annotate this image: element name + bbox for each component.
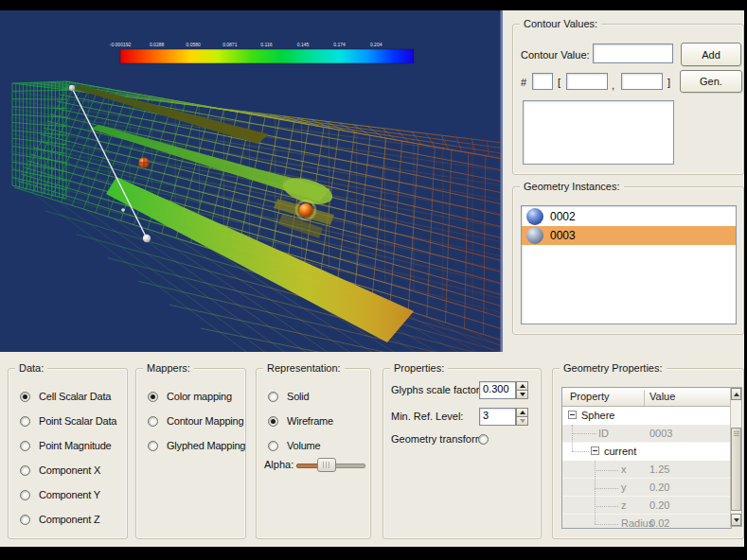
table-header[interactable]: Property Value (562, 388, 731, 407)
geometry-transform-radio[interactable] (478, 434, 489, 445)
bracket-close-label: ] (667, 77, 670, 88)
property-row-Sphere[interactable]: Sphere (562, 407, 731, 425)
radio-data-0[interactable]: Cell Scalar Data (20, 389, 111, 404)
contour-value-input[interactable] (593, 44, 673, 63)
radio-representation-0[interactable]: Solid (268, 389, 309, 404)
property-name: current (604, 446, 636, 457)
radio-icon[interactable] (20, 490, 30, 500)
column-header-value[interactable]: Value (649, 391, 675, 402)
radio-label: Point Scalar Data (39, 415, 116, 427)
radio-icon[interactable] (20, 392, 30, 402)
colorbar-tick-label: 0.174 (333, 42, 346, 47)
radio-data-5[interactable]: Component Z (20, 512, 99, 527)
slider-grip-icon (323, 462, 330, 468)
property-value: 0.20 (649, 481, 669, 493)
range-from-input[interactable] (566, 73, 608, 90)
mappers-group: Mappers: Color mappingContour MappingGly… (135, 368, 246, 539)
radio-label: Component X (39, 464, 100, 476)
viewport-edge-divider (501, 10, 504, 352)
colorbar-tick-label: 0.116 (260, 42, 272, 47)
radio-label: Component Y (39, 489, 100, 500)
instance-row-0003[interactable]: 0003 (522, 226, 736, 245)
geometry-transform-label: Geometry transform (391, 433, 484, 445)
radio-icon[interactable] (148, 441, 158, 451)
scroll-down-icon[interactable] (731, 514, 741, 526)
spin-up-icon[interactable] (516, 381, 528, 391)
spin-down-icon[interactable] (516, 417, 528, 426)
radio-data-1[interactable]: Point Scalar Data (20, 413, 116, 429)
spin-down-icon[interactable] (516, 391, 528, 399)
property-row-current[interactable]: current (562, 443, 731, 461)
properties-group: Properties: Glyphs scale factor: 0.300 M… (382, 368, 542, 539)
table-scrollbar[interactable] (730, 387, 742, 527)
radio-representation-1[interactable]: Wireframe (268, 413, 333, 429)
property-name: ID (598, 428, 609, 439)
viewport-3d[interactable]: -0.0001920.02880.05800.08710.1160.1450.1… (0, 10, 503, 352)
probe-endpoint-sphere (143, 235, 151, 242)
group-title: Geometry Properties: (560, 362, 667, 375)
property-row-ID[interactable]: ID0003 (562, 425, 731, 443)
property-row-Radius[interactable]: Radius0.02 (562, 515, 731, 529)
contour-values-list[interactable] (523, 100, 674, 165)
add-button[interactable]: Add (681, 43, 741, 66)
radio-icon[interactable] (268, 441, 278, 451)
spin-up-icon[interactable] (516, 408, 528, 417)
range-to-input[interactable] (621, 73, 663, 90)
radio-icon[interactable] (20, 441, 30, 451)
probe-endpoint-sphere (69, 85, 75, 91)
colorbar-tick-label: 0.0871 (222, 42, 238, 47)
radio-icon[interactable] (268, 392, 278, 402)
glyphs-scale-stepper[interactable] (516, 381, 528, 399)
probe-dot (121, 208, 125, 212)
radio-icon[interactable] (20, 465, 30, 476)
radio-data-2[interactable]: Point Magnitude (20, 438, 112, 453)
colorbar-tick-label: 0.0580 (187, 42, 202, 47)
property-row-z[interactable]: z0.20 (562, 497, 731, 515)
gen-button[interactable]: Gen. (680, 70, 742, 93)
radio-label: Glyphed Mapping (167, 440, 245, 451)
radio-data-4[interactable]: Component Y (20, 487, 100, 502)
property-name: y (621, 481, 627, 493)
radio-icon[interactable] (148, 392, 158, 402)
scrollbar-grip-icon (734, 431, 739, 436)
colorbar-tick-label: 0.0288 (150, 42, 165, 47)
group-title: Data: (15, 362, 47, 375)
colorbar-tick-label: 0.204 (370, 42, 382, 47)
geometry-properties-group: Geometry Properties: Property Value Sphe… (552, 368, 744, 539)
alpha-slider-handle[interactable] (317, 458, 336, 472)
column-header-property[interactable]: Property (570, 391, 610, 402)
glyphs-scale-spinbox[interactable]: 0.300 (479, 381, 516, 399)
min-ref-level-spinbox[interactable]: 3 (479, 408, 516, 426)
property-name: z (621, 499, 627, 511)
collapse-icon[interactable] (591, 446, 599, 455)
property-row-y[interactable]: y0.20 (562, 479, 731, 497)
property-value: 0003 (649, 428, 672, 439)
property-row-x[interactable]: x1.25 (562, 461, 731, 479)
scroll-up-icon[interactable] (731, 388, 741, 400)
radio-icon[interactable] (268, 416, 278, 427)
radio-mappers-2[interactable]: Glyphed Mapping (148, 438, 245, 453)
radio-mappers-1[interactable]: Contour Mapping (148, 413, 243, 429)
radio-representation-2[interactable]: Volume (268, 438, 321, 453)
scrollbar-thumb[interactable] (731, 428, 741, 511)
group-title: Contour Values: (520, 18, 601, 30)
radio-icon[interactable] (20, 515, 30, 525)
instance-row-0002[interactable]: 0002 (522, 207, 736, 226)
geometry-instances-list[interactable]: 00020003 (521, 205, 737, 324)
collapse-icon[interactable] (568, 411, 577, 419)
glyphs-scale-label: Glyphs scale factor: (391, 384, 483, 395)
radio-data-3[interactable]: Component X (20, 463, 100, 478)
radio-label: Wireframe (287, 415, 333, 427)
radio-icon[interactable] (20, 416, 30, 427)
count-label: # (521, 77, 526, 88)
min-ref-level-stepper[interactable] (516, 408, 528, 426)
contour-value-label: Contour Value: (521, 49, 590, 61)
group-title: Properties: (390, 362, 448, 375)
property-name: x (621, 464, 627, 475)
column-divider[interactable] (644, 391, 645, 406)
contour-count-input[interactable] (532, 73, 553, 90)
colorbar-tick-label: 0.145 (297, 42, 310, 47)
group-title: Representation: (263, 362, 345, 375)
radio-mappers-0[interactable]: Color mapping (148, 389, 232, 404)
radio-icon[interactable] (148, 416, 158, 427)
